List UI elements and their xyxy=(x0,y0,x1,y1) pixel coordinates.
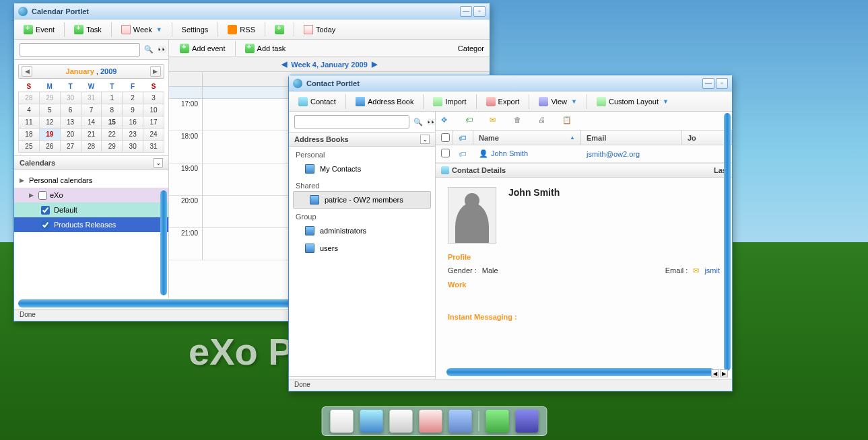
address-books-header[interactable]: Address Books ⌄ xyxy=(289,132,435,147)
prev-month-button[interactable]: ◀ xyxy=(22,66,32,77)
next-month-button[interactable]: ▶ xyxy=(150,66,161,77)
new-contact-button[interactable]: Contact xyxy=(293,95,341,108)
export-button[interactable]: Export xyxy=(481,95,525,108)
calendar-day[interactable]: 23 xyxy=(123,129,143,141)
calendar-day[interactable]: 17 xyxy=(143,116,164,129)
calendar-day[interactable]: 12 xyxy=(39,116,60,129)
dock-settings-icon[interactable] xyxy=(330,410,353,433)
collapse-icon[interactable]: ⌄ xyxy=(154,158,163,168)
calendar-day[interactable]: 11 xyxy=(19,116,40,129)
calendar-day[interactable]: 9 xyxy=(123,104,143,116)
calendar-titlebar[interactable]: Calendar Portlet — ▫ xyxy=(14,3,490,20)
email-column[interactable]: Email xyxy=(581,131,682,145)
print-icon[interactable]: 🖨 xyxy=(538,116,550,126)
sidebar-scrollbar[interactable] xyxy=(160,190,167,295)
calendar-search-input[interactable] xyxy=(20,43,140,57)
select-all-checkbox[interactable] xyxy=(441,133,450,142)
calendar-day[interactable]: 5 xyxy=(39,104,60,116)
view-dropdown[interactable]: View▼ xyxy=(533,95,582,108)
calendar-day[interactable]: 22 xyxy=(102,129,123,141)
task-button[interactable]: Task xyxy=(69,23,107,36)
calendar-day[interactable]: 21 xyxy=(81,129,102,141)
calendar-day[interactable]: 26 xyxy=(39,141,60,153)
users-item[interactable]: users xyxy=(289,240,435,257)
tag-icon[interactable]: 🏷 xyxy=(465,116,477,126)
search-icon[interactable]: 🔍 xyxy=(413,118,423,126)
copy-icon[interactable]: 📋 xyxy=(562,116,574,126)
layout-dropdown[interactable]: Custom Layout▼ xyxy=(591,95,674,108)
add-event-button[interactable]: Add event xyxy=(174,42,231,55)
calendar-day[interactable]: 7 xyxy=(81,104,102,116)
calendar-day[interactable]: 25 xyxy=(19,141,40,153)
address-book-button[interactable]: Address Book xyxy=(350,95,419,108)
dock-home-icon[interactable] xyxy=(486,410,508,433)
rss-button[interactable]: RSS xyxy=(222,23,261,36)
calendar-day[interactable]: 30 xyxy=(123,141,143,153)
calendar-day[interactable]: 4 xyxy=(19,104,40,116)
calendar-day[interactable]: 28 xyxy=(19,92,40,104)
binoculars-icon[interactable]: 👀 xyxy=(427,118,436,126)
calendar-day[interactable]: 31 xyxy=(143,141,164,153)
prev-week-button[interactable]: ◀ xyxy=(281,60,287,69)
calendar-day[interactable]: 18 xyxy=(19,129,40,141)
today-button[interactable]: Today xyxy=(298,23,341,36)
dock-calendar-icon[interactable] xyxy=(419,410,442,433)
my-contacts-item[interactable]: My Contacts xyxy=(289,160,435,178)
email-link[interactable]: jsmit xyxy=(704,266,720,275)
row-email[interactable]: jsmith@ow2.org xyxy=(581,150,682,158)
dock-contacts-icon[interactable] xyxy=(448,410,471,433)
add-task-button[interactable]: Add task xyxy=(240,42,292,55)
delete-icon[interactable]: 🗑 xyxy=(514,116,526,126)
move-icon[interactable]: ✥ xyxy=(441,116,453,126)
mail-icon[interactable]: ✉ xyxy=(490,116,502,126)
contact-row[interactable]: 🏷 👤John Smith jsmith@ow2.org xyxy=(436,145,732,163)
maximize-button[interactable]: ▫ xyxy=(716,78,728,89)
maximize-button[interactable]: ▫ xyxy=(473,6,486,17)
calendar-day[interactable]: 31 xyxy=(81,92,102,104)
minimize-button[interactable]: — xyxy=(702,78,714,89)
dock-dashboard-icon[interactable] xyxy=(515,410,538,433)
main-v-scrollbar[interactable] xyxy=(724,113,731,371)
row-checkbox[interactable] xyxy=(441,149,450,157)
calendar-day[interactable]: 13 xyxy=(60,116,81,129)
calendar-day[interactable]: 2 xyxy=(123,92,143,104)
dock-mail-icon[interactable] xyxy=(389,410,412,433)
calendar-day[interactable]: 1 xyxy=(102,92,123,104)
calendar-day[interactable]: 15 xyxy=(102,116,123,129)
contact-search-input[interactable] xyxy=(294,115,409,129)
calendar-day[interactable]: 6 xyxy=(60,104,81,116)
products-checkbox[interactable] xyxy=(41,221,50,229)
products-calendar-item[interactable]: Products Releases xyxy=(14,217,168,232)
settings-button[interactable]: Settings xyxy=(176,24,214,36)
exo-checkbox[interactable] xyxy=(38,191,47,200)
minimize-button[interactable]: — xyxy=(460,6,472,17)
dock-browser-icon[interactable] xyxy=(360,410,382,433)
calendar-day[interactable]: 24 xyxy=(143,129,164,141)
shared-item[interactable]: patrice - OW2 members xyxy=(293,191,431,209)
exo-calendar-row[interactable]: ▶eXo xyxy=(14,188,168,203)
tag-icon[interactable]: 🏷 xyxy=(459,134,466,142)
personal-calendars-row[interactable]: ▶Personal calendars xyxy=(14,173,168,188)
calendar-day[interactable]: 19 xyxy=(39,129,60,141)
next-week-button[interactable]: ▶ xyxy=(372,60,377,69)
calendar-day[interactable]: 16 xyxy=(123,116,143,129)
calendar-day[interactable]: 30 xyxy=(60,92,81,104)
contact-h-scrollbar[interactable] xyxy=(446,368,714,376)
scroll-right-button[interactable]: ▶ xyxy=(720,369,728,377)
binoculars-icon[interactable]: 👀 xyxy=(158,45,167,54)
calendar-day[interactable]: 29 xyxy=(102,141,123,153)
default-calendar-item[interactable]: Default xyxy=(14,203,168,217)
expand-button[interactable] xyxy=(269,23,290,36)
event-button[interactable]: Event xyxy=(18,23,60,36)
calendar-day[interactable]: 10 xyxy=(143,104,164,116)
year-label[interactable]: 2009 xyxy=(100,67,116,75)
contact-titlebar[interactable]: Contact Portlet — ▫ xyxy=(289,75,732,91)
calendar-day[interactable]: 3 xyxy=(143,92,164,104)
calendar-day[interactable]: 29 xyxy=(39,92,60,104)
calendar-day[interactable]: 28 xyxy=(81,141,102,153)
month-label[interactable]: January xyxy=(66,67,94,75)
administrators-item[interactable]: administrators xyxy=(289,222,435,240)
collapse-icon[interactable]: ⌄ xyxy=(420,135,430,144)
calendar-day[interactable]: 8 xyxy=(102,104,123,116)
week-dropdown[interactable]: Week▼ xyxy=(116,23,168,36)
